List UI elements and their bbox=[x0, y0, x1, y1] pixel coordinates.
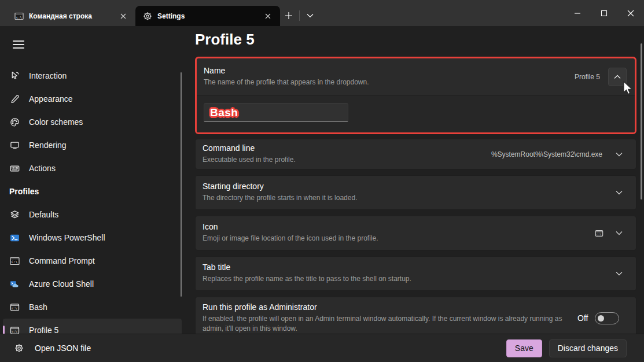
pen-icon bbox=[9, 94, 20, 104]
sidebar-item-label: Appearance bbox=[29, 94, 73, 104]
settings-footer: Open JSON file Save Discard changes bbox=[0, 334, 644, 362]
tab-label: Settings bbox=[157, 12, 257, 20]
tab-title-setting-card[interactable]: Tab title Replaces the profile name as t… bbox=[195, 256, 636, 291]
monitor-icon bbox=[9, 140, 20, 150]
gear-icon bbox=[142, 11, 153, 21]
setting-description: The directory the profile starts in when… bbox=[203, 193, 601, 203]
chevron-down-icon[interactable] bbox=[610, 146, 628, 163]
name-expander-content: Bash bbox=[197, 95, 635, 132]
close-tab-icon[interactable] bbox=[262, 10, 274, 23]
command-line-setting-card[interactable]: Command line Executable used in the prof… bbox=[195, 139, 636, 169]
svg-text:C:\: C:\ bbox=[11, 260, 17, 264]
setting-value: Profile 5 bbox=[575, 73, 600, 81]
setting-title: Starting directory bbox=[203, 182, 601, 191]
sidebar-item-label: Azure Cloud Shell bbox=[29, 279, 94, 289]
admin-toggle-switch[interactable] bbox=[595, 312, 619, 324]
settings-main-panel: Profile 5 Name The name of the profile t… bbox=[185, 26, 644, 334]
console-icon: c:\ bbox=[14, 11, 24, 21]
sidebar-item-color-schemes[interactable]: Color schemes bbox=[3, 110, 182, 134]
console-outline-icon: c:\ bbox=[9, 302, 20, 312]
setting-title: Name bbox=[204, 66, 565, 75]
windows-terminal-settings-window: c:\ Командная строка Settings bbox=[0, 0, 644, 362]
setting-value: %SystemRoot%\System32\cmd.exe bbox=[491, 150, 602, 158]
sidebar-item-rendering[interactable]: Rendering bbox=[3, 134, 182, 157]
sidebar-item-label: Windows PowerShell bbox=[29, 233, 105, 242]
toggle-state-label: Off bbox=[577, 313, 588, 323]
tab-label: Командная строка bbox=[29, 12, 112, 20]
gear-icon bbox=[14, 343, 24, 353]
svg-text:c:\: c:\ bbox=[12, 306, 17, 310]
sidebar-item-label: Command Prompt bbox=[29, 256, 95, 265]
hamburger-menu-icon[interactable] bbox=[8, 35, 29, 54]
run-as-admin-setting-card: Run this profile as Administrator If ena… bbox=[195, 297, 636, 339]
save-button[interactable]: Save bbox=[506, 339, 542, 357]
window-controls bbox=[564, 0, 644, 26]
tab-settings[interactable]: Settings bbox=[135, 6, 280, 26]
setting-description: Executable used in the profile. bbox=[203, 155, 482, 165]
profile-name-input[interactable]: Bash bbox=[204, 103, 348, 122]
discard-changes-button[interactable]: Discard changes bbox=[549, 339, 627, 357]
sidebar-item-azure-cloud-shell[interactable]: Azure Cloud Shell bbox=[3, 272, 182, 295]
profile-name-input-value: Bash bbox=[210, 106, 238, 119]
svg-text:c:\: c:\ bbox=[12, 330, 17, 333]
profile-icon-preview: c:\ bbox=[595, 229, 603, 238]
name-expander-header[interactable]: Name The name of the profile that appear… bbox=[197, 58, 635, 95]
sidebar-item-label: Interaction bbox=[29, 71, 67, 80]
palette-icon bbox=[9, 117, 20, 127]
maximize-button[interactable] bbox=[591, 0, 617, 26]
sidebar-item-label: Bash bbox=[29, 302, 47, 312]
tab-dropdown-button[interactable] bbox=[301, 7, 319, 24]
sidebar-item-defaults[interactable]: Defaults bbox=[3, 203, 182, 226]
chevron-up-icon[interactable] bbox=[608, 68, 627, 86]
sidebar-item-command-prompt[interactable]: C:\ Command Prompt bbox=[3, 249, 182, 272]
azure-cloud-icon bbox=[9, 279, 20, 289]
chevron-down-icon[interactable] bbox=[610, 224, 628, 242]
sidebar-item-label: Defaults bbox=[29, 210, 58, 219]
svg-text:c:\: c:\ bbox=[16, 15, 22, 19]
setting-description: Emoji or image file location of the icon… bbox=[203, 234, 586, 243]
layers-icon bbox=[9, 209, 20, 220]
setting-title: Command line bbox=[203, 143, 482, 153]
tab-bar: c:\ Командная строка Settings bbox=[0, 0, 644, 26]
svg-text:c:\: c:\ bbox=[597, 232, 602, 235]
setting-title: Icon bbox=[203, 222, 586, 231]
sidebar-item-label: Rendering bbox=[29, 141, 67, 150]
powershell-icon bbox=[9, 232, 20, 243]
pointer-icon bbox=[9, 71, 20, 81]
sidebar-item-interaction[interactable]: Interaction bbox=[3, 64, 182, 87]
icon-setting-card[interactable]: Icon Emoji or image file location of the… bbox=[195, 216, 636, 250]
starting-directory-setting-card[interactable]: Starting directory The directory the pro… bbox=[195, 175, 636, 210]
sidebar-item-actions[interactable]: Actions bbox=[3, 157, 182, 180]
setting-title: Tab title bbox=[203, 263, 601, 272]
sidebar-item-label: Actions bbox=[29, 164, 56, 173]
sidebar-item-windows-powershell[interactable]: Windows PowerShell bbox=[3, 226, 182, 249]
open-json-file-label: Open JSON file bbox=[35, 343, 91, 353]
profiles-section-header: Profiles bbox=[0, 180, 185, 203]
sidebar-scrollbar[interactable] bbox=[181, 72, 182, 297]
setting-description: If enabled, the profile will open in an … bbox=[203, 314, 568, 334]
page-title: Profile 5 bbox=[195, 31, 636, 49]
close-window-button[interactable] bbox=[617, 0, 644, 26]
sidebar-item-appearance[interactable]: Appearance bbox=[3, 87, 182, 110]
tabbar-divider bbox=[299, 10, 300, 21]
settings-sidebar: Interaction Appearance Color schemes Ren… bbox=[0, 26, 185, 334]
tab-command-prompt[interactable]: c:\ Командная строка bbox=[7, 6, 135, 26]
setting-description: Replaces the profile name as the title t… bbox=[203, 274, 601, 284]
setting-description: The name of the profile that appears in … bbox=[204, 77, 565, 87]
setting-title: Run this profile as Administrator bbox=[203, 302, 568, 312]
sidebar-item-bash[interactable]: c:\ Bash bbox=[3, 295, 182, 319]
sidebar-item-label: Color schemes bbox=[29, 117, 83, 127]
name-setting-card-annotated: Name The name of the profile that appear… bbox=[195, 57, 636, 134]
open-json-file-button[interactable]: Open JSON file bbox=[14, 343, 91, 353]
chevron-down-icon[interactable] bbox=[610, 184, 628, 201]
minimize-button[interactable] bbox=[564, 0, 591, 26]
main-scrollbar[interactable] bbox=[641, 43, 642, 200]
chevron-down-icon[interactable] bbox=[610, 265, 628, 282]
cmd-icon: C:\ bbox=[9, 256, 20, 266]
keyboard-icon bbox=[9, 163, 20, 173]
new-tab-button[interactable] bbox=[280, 7, 297, 24]
close-tab-icon[interactable] bbox=[117, 10, 130, 23]
